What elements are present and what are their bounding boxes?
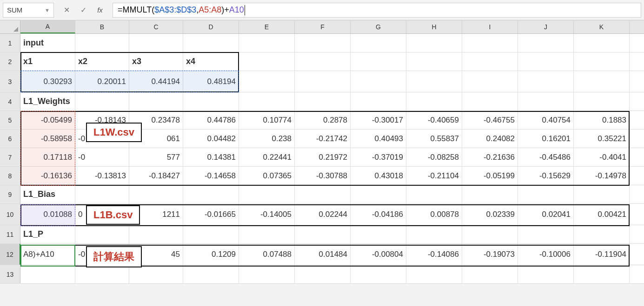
cell[interactable] (75, 34, 129, 52)
cell-E12[interactable]: 0.07488 (239, 244, 295, 265)
cell-G5[interactable]: -0.30017 (351, 111, 406, 129)
cell-C8[interactable]: -0.18427 (129, 167, 183, 185)
cell[interactable] (406, 34, 462, 52)
row-header-1[interactable]: 1 (0, 34, 20, 52)
cell[interactable] (462, 71, 518, 92)
row-header-11[interactable]: 11 (0, 225, 20, 243)
cell-A10[interactable]: 0.01088 (20, 204, 75, 225)
cell[interactable] (462, 265, 518, 283)
fx-icon[interactable]: fx (96, 6, 104, 14)
cell-G7[interactable]: -0.37019 (351, 148, 406, 166)
cell[interactable] (239, 265, 295, 283)
cell[interactable] (462, 52, 518, 71)
cell[interactable] (129, 34, 183, 52)
cell[interactable] (574, 92, 630, 111)
cell[interactable] (239, 185, 295, 203)
cell-K7[interactable]: -0.4041 (574, 148, 630, 166)
cell[interactable] (351, 52, 406, 71)
col-header-D[interactable]: D (183, 20, 239, 33)
cell[interactable] (518, 71, 574, 92)
cell-I7[interactable]: -0.21636 (462, 148, 518, 166)
cell[interactable] (574, 71, 630, 92)
cell-K6[interactable]: 0.35221 (574, 130, 630, 148)
col-header-K[interactable]: K (574, 20, 630, 33)
cell[interactable] (406, 92, 462, 111)
cell-H6[interactable]: 0.55837 (406, 130, 462, 148)
cell-J8[interactable]: -0.15629 (518, 167, 574, 185)
cell-D5[interactable]: 0.44786 (183, 111, 239, 129)
cell[interactable] (239, 71, 295, 92)
cell-I5[interactable]: -0.46755 (462, 111, 518, 129)
col-header-A[interactable]: A (20, 20, 75, 33)
cell[interactable] (239, 52, 295, 71)
cell-I12[interactable]: -0.19073 (462, 244, 518, 265)
cell-K8[interactable]: -0.14978 (574, 167, 630, 185)
col-header-H[interactable]: H (406, 20, 462, 33)
cell-B8[interactable]: -0.13813 (75, 167, 129, 185)
cell-I10[interactable]: 0.02339 (462, 204, 518, 225)
cell-A12[interactable]: A8)+A10 (20, 244, 75, 265)
cell[interactable] (295, 34, 351, 52)
cell-G8[interactable]: 0.43018 (351, 167, 406, 185)
cell[interactable] (574, 225, 630, 243)
enter-icon[interactable]: ✓ (79, 6, 87, 14)
cell[interactable] (574, 52, 630, 71)
cell-A6[interactable]: -0.58958 (20, 130, 75, 148)
cell-J6[interactable]: 0.16201 (518, 130, 574, 148)
row-header-12[interactable]: 12 (0, 244, 20, 265)
col-header-F[interactable]: F (295, 20, 351, 33)
spreadsheet-grid[interactable]: A B C D E F G H I J K 1 input 2 x1 x2 x3… (0, 20, 644, 284)
row-header-8[interactable]: 8 (0, 167, 20, 185)
cell[interactable] (239, 225, 295, 243)
cell[interactable] (183, 185, 239, 203)
cell[interactable] (295, 92, 351, 111)
col-header-G[interactable]: G (351, 20, 406, 33)
cell-H7[interactable]: -0.08258 (406, 148, 462, 166)
cell[interactable] (518, 265, 574, 283)
cell-E5[interactable]: 0.10774 (239, 111, 295, 129)
cell-I8[interactable]: -0.05199 (462, 167, 518, 185)
cell-A11[interactable]: L1_P (20, 225, 75, 243)
cell-J10[interactable]: 0.02041 (518, 204, 574, 225)
cell[interactable] (239, 92, 295, 111)
cell[interactable] (183, 92, 239, 111)
cell-I6[interactable]: 0.24082 (462, 130, 518, 148)
col-header-I[interactable]: I (462, 20, 518, 33)
cell[interactable] (351, 34, 406, 52)
cell-K12[interactable]: -0.11904 (574, 244, 630, 265)
cell-H10[interactable]: 0.00878 (406, 204, 462, 225)
row-header-7[interactable]: 7 (0, 148, 20, 166)
cell-D7[interactable]: 0.14381 (183, 148, 239, 166)
cell[interactable] (129, 185, 183, 203)
cell[interactable] (20, 265, 75, 283)
row-header-9[interactable]: 9 (0, 185, 20, 203)
cell-D12[interactable]: 0.1209 (183, 244, 239, 265)
cell[interactable] (183, 34, 239, 52)
cell-C2[interactable]: x3 (129, 52, 183, 71)
cell-F8[interactable]: -0.30788 (295, 167, 351, 185)
cell-A9[interactable]: L1_Bias (20, 185, 75, 203)
cell-E10[interactable]: -0.14005 (239, 204, 295, 225)
cell-C3[interactable]: 0.44194 (129, 71, 183, 92)
cell[interactable] (462, 185, 518, 203)
cell-H12[interactable]: -0.14086 (406, 244, 462, 265)
cell-A8[interactable]: -0.16136 (20, 167, 75, 185)
col-header-J[interactable]: J (518, 20, 574, 33)
cell-B7[interactable]: -0 (75, 148, 129, 166)
col-header-B[interactable]: B (75, 20, 129, 33)
cell[interactable] (75, 225, 129, 243)
cell-K5[interactable]: 0.1883 (574, 111, 630, 129)
row-header-3[interactable]: 3 (0, 71, 20, 92)
cancel-icon[interactable]: ✕ (62, 6, 71, 14)
cell-K10[interactable]: 0.00421 (574, 204, 630, 225)
cell-B2[interactable]: x2 (75, 52, 129, 71)
cell[interactable] (75, 92, 129, 111)
row-header-6[interactable]: 6 (0, 130, 20, 148)
cell[interactable] (75, 265, 129, 283)
cell[interactable] (406, 52, 462, 71)
cell-J7[interactable]: -0.45486 (518, 148, 574, 166)
cell[interactable] (295, 185, 351, 203)
cell-J5[interactable]: 0.40754 (518, 111, 574, 129)
cell-G10[interactable]: -0.04186 (351, 204, 406, 225)
cell[interactable] (183, 265, 239, 283)
